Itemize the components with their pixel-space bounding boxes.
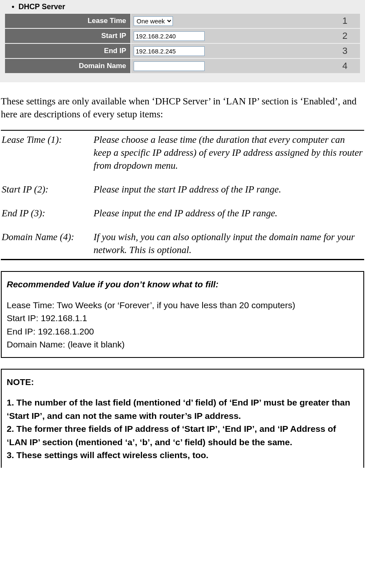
end-ip-input[interactable] (134, 46, 205, 56)
recommended-line: Domain Name: (leave it blank) (7, 338, 358, 351)
note-line: 1. The number of the last field (mention… (7, 396, 358, 422)
row-start-ip: Start IP 2 (5, 29, 360, 43)
def-term: Start IP (2): (1, 180, 93, 198)
cell-domain-name: 4 (131, 59, 360, 73)
recommended-line: End IP: 192.168.1.200 (7, 325, 358, 338)
start-ip-input[interactable] (134, 31, 205, 41)
def-desc: If you wish, you can also optionally inp… (93, 228, 364, 260)
recommended-line: Lease Time: Two Weeks (or ‘Forever’, if … (7, 299, 358, 312)
row-domain-name: Domain Name 4 (5, 59, 360, 73)
def-row-end-ip: End IP (3): Please input the end IP addr… (1, 204, 364, 222)
callout-1: 1 (342, 15, 347, 26)
note-line: 2. The former three fields of IP address… (7, 422, 358, 449)
cell-lease-time: One week 1 (131, 14, 360, 28)
def-row-domain-name: Domain Name (4): If you wish, you can al… (1, 228, 364, 260)
row-end-ip: End IP 3 (5, 44, 360, 58)
row-lease-time: Lease Time One week 1 (5, 14, 360, 28)
label-lease-time: Lease Time (5, 14, 130, 28)
def-term: Domain Name (4): (1, 228, 93, 260)
note-line: 3. These settings will affect wireless c… (7, 449, 358, 462)
recommended-box: Recommended Value if you don’t know what… (1, 271, 364, 358)
cell-end-ip: 3 (131, 44, 360, 58)
def-desc: Please input the start IP address of the… (93, 180, 364, 198)
domain-name-input[interactable] (134, 61, 205, 71)
note-title: NOTE: (7, 375, 358, 389)
def-desc: Please input the end IP address of the I… (93, 204, 364, 222)
callout-3: 3 (342, 46, 347, 56)
def-term: Lease Time (1): (1, 130, 93, 175)
cell-start-ip: 2 (131, 29, 360, 43)
label-domain-name: Domain Name (5, 59, 130, 73)
definitions-table: Lease Time (1): Please choose a lease ti… (1, 130, 364, 260)
recommended-line: Start IP: 192.168.1.1 (7, 312, 358, 325)
section-title: DHCP Server (12, 3, 361, 11)
callout-2: 2 (342, 30, 347, 41)
dhcp-form-table: Lease Time One week 1 Start IP 2 End IP … (4, 13, 361, 74)
doc-body: These settings are only available when ‘… (0, 82, 365, 472)
note-box: NOTE: 1. The number of the last field (m… (1, 369, 364, 468)
def-term: End IP (3): (1, 204, 93, 222)
def-row-start-ip: Start IP (2): Please input the start IP … (1, 180, 364, 198)
intro-paragraph: These settings are only available when ‘… (1, 95, 364, 121)
callout-4: 4 (342, 61, 347, 71)
lease-time-select[interactable]: One week (134, 16, 173, 26)
def-desc: Please choose a lease time (the duration… (93, 130, 364, 175)
recommended-title: Recommended Value if you don’t know what… (7, 278, 358, 291)
label-end-ip: End IP (5, 44, 130, 58)
dhcp-form-panel: DHCP Server Lease Time One week 1 Start … (0, 0, 365, 82)
def-row-lease-time: Lease Time (1): Please choose a lease ti… (1, 130, 364, 175)
label-start-ip: Start IP (5, 29, 130, 43)
